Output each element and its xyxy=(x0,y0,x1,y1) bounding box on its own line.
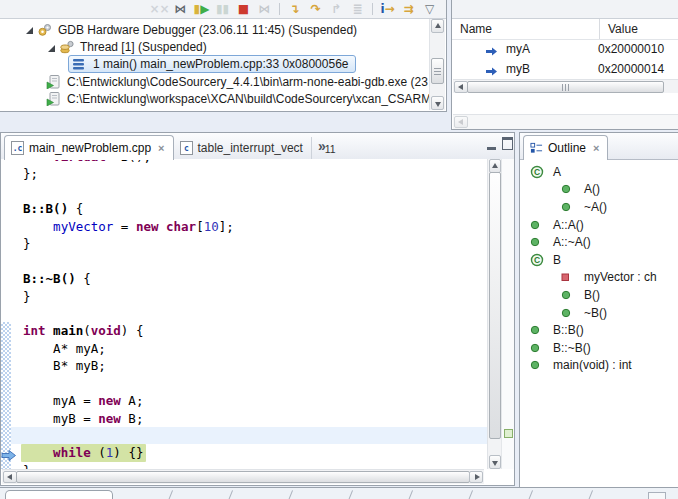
scroll-up-button[interactable] xyxy=(431,19,444,33)
remove-all-terminated-icon[interactable]: ×× xyxy=(149,1,170,17)
variable-row[interactable]: myB0x20000014 xyxy=(452,59,678,79)
scrollbar-thumb[interactable] xyxy=(489,172,501,439)
thumb-grip-icon xyxy=(562,84,569,91)
code-line[interactable]: A* myA; xyxy=(11,340,488,357)
drop-to-frame-icon[interactable]: ⇉ xyxy=(398,1,419,17)
code-line[interactable]: myB = new B; xyxy=(11,410,488,427)
instruction-stepping-mode-icon[interactable]: i→ xyxy=(377,1,398,17)
resume-icon[interactable]: ▮▶ xyxy=(191,1,212,17)
code-line[interactable]: myA = new A; xyxy=(11,392,488,409)
code-line[interactable]: B::~B() { xyxy=(11,270,488,287)
outline-item[interactable]: CB xyxy=(520,251,678,269)
column-header-value[interactable]: Value xyxy=(600,19,678,39)
scroll-down-button[interactable] xyxy=(489,455,501,469)
view-menu-icon[interactable]: ▽ xyxy=(419,1,440,17)
outline-item[interactable]: A::A() xyxy=(520,216,678,234)
scrollbar-thumb[interactable] xyxy=(16,471,470,483)
outline-item-label: B::B() xyxy=(553,323,584,337)
variables-details-pane[interactable] xyxy=(453,93,678,114)
editor-horizontal-scrollbar[interactable] xyxy=(2,469,484,484)
outline-item[interactable]: main(void) : int xyxy=(520,357,678,375)
triangle-up-icon xyxy=(492,163,498,168)
scroll-up-button[interactable] xyxy=(489,159,501,173)
outline-tree: CAA()~A()A::A()A::~A()CBmyVector : chB()… xyxy=(520,163,678,490)
debug-tree-item[interactable]: C:\Entwicklung\CodeSourcery_4.4.1\bin\ar… xyxy=(0,73,429,90)
outline-item[interactable]: A() xyxy=(520,181,678,199)
close-tab-icon[interactable]: × xyxy=(158,142,164,154)
outline-item[interactable]: myVector : ch xyxy=(520,269,678,287)
bottom-minmax-buttons[interactable] xyxy=(648,492,666,499)
outline-item[interactable]: CA xyxy=(520,163,678,181)
debug-tree-item[interactable]: GDB Hardware Debugger (23.06.11 11:45) (… xyxy=(0,21,429,38)
expander-icon[interactable] xyxy=(46,42,57,53)
code-line[interactable]: } xyxy=(11,235,488,252)
editor-tab-table_interrupt_vect[interactable]: ctable_interrupt_vect xyxy=(174,137,312,159)
editor-vertical-scrollbar[interactable] xyxy=(487,159,502,469)
scroll-down-button[interactable] xyxy=(431,96,444,110)
scrollbar-thumb[interactable] xyxy=(467,81,664,93)
debug-tree-item[interactable]: C:\Entwicklung\workspace\XCAN\build\Code… xyxy=(0,91,429,108)
step-into-icon[interactable]: ↴ xyxy=(284,1,305,17)
selected-stack-frame[interactable]: 1 main() main_newProblem.cpp:33 0x080005… xyxy=(68,55,356,73)
variable-row[interactable]: myA0x20000010 xyxy=(452,39,678,59)
outline-item[interactable]: ~A() xyxy=(520,198,678,216)
suspend-icon[interactable]: ▮▮ xyxy=(212,1,233,17)
scrollbar-thumb[interactable] xyxy=(431,58,444,84)
expander-icon[interactable] xyxy=(24,24,35,35)
step-return-icon[interactable]: ↱ xyxy=(326,1,347,17)
outline-item-label: ~B() xyxy=(584,306,607,320)
code-line[interactable]: } xyxy=(11,288,488,305)
outline-item[interactable]: B() xyxy=(520,286,678,304)
outline-item[interactable]: ~B() xyxy=(520,304,678,322)
maximize-button[interactable] xyxy=(501,139,514,150)
outline-item[interactable]: B::~B() xyxy=(520,339,678,357)
restart-icon[interactable]: ⋈ xyxy=(170,1,191,17)
debug-line-marker[interactable] xyxy=(504,429,513,438)
method-public-icon xyxy=(530,325,546,335)
process-icon xyxy=(46,92,63,106)
editor-tab-main_newProblem.cpp[interactable]: .cmain_newProblem.cpp× xyxy=(4,135,174,160)
scroll-left-button[interactable] xyxy=(454,116,468,128)
code-line[interactable]: B::B() { xyxy=(11,200,488,217)
code-line[interactable] xyxy=(11,183,488,200)
debug-tree-item[interactable]: Thread [1] (Suspended) xyxy=(0,38,429,55)
debug-tree-item[interactable]: 1 main() main_newProblem.cpp:33 0x080005… xyxy=(0,56,429,73)
instruction-step-filter-icon[interactable]: ≣ xyxy=(347,1,368,17)
details-horizontal-scrollbar[interactable] xyxy=(453,114,678,129)
tab-outline[interactable]: Outline × xyxy=(523,135,608,160)
source-code: virtual ~B();}; B::B() { myVector = new … xyxy=(11,159,488,469)
code-line[interactable] xyxy=(11,305,488,322)
svg-text:.c: .c xyxy=(13,144,23,153)
code-line[interactable]: }; xyxy=(11,165,488,182)
code-line[interactable]: int main(void) { xyxy=(11,322,488,339)
tab-overflow-control[interactable]: 11 xyxy=(318,137,336,155)
outline-item[interactable]: B::B() xyxy=(520,321,678,339)
code-editor[interactable]: virtual ~B();}; B::B() { myVector = new … xyxy=(1,159,488,469)
scroll-right-button[interactable] xyxy=(469,471,483,483)
column-header-name[interactable]: Name xyxy=(452,19,600,39)
code-line[interactable] xyxy=(11,253,488,270)
step-over-icon[interactable]: ↷ xyxy=(305,1,326,17)
code-line[interactable] xyxy=(11,427,488,444)
scroll-left-button[interactable] xyxy=(3,471,17,483)
code-line[interactable]: myVector = new char[10]; xyxy=(11,218,488,235)
variables-horizontal-scrollbar[interactable] xyxy=(453,79,678,94)
code-line[interactable]: B* myB; xyxy=(11,357,488,374)
scroll-left-button[interactable] xyxy=(454,81,468,93)
disconnect-icon[interactable]: ⋈ xyxy=(254,1,275,17)
minimize-button[interactable] xyxy=(485,139,498,150)
bottom-active-tab[interactable] xyxy=(5,490,113,499)
close-tab-icon[interactable]: × xyxy=(593,142,599,154)
code-line[interactable]: while (1) {} xyxy=(11,444,488,461)
code-line[interactable] xyxy=(11,375,488,392)
hidden-tab-separator xyxy=(528,490,533,499)
overview-ruler[interactable] xyxy=(501,159,514,469)
terminate-icon[interactable]: ■ xyxy=(233,1,254,17)
code-line[interactable]: } xyxy=(11,462,488,469)
method-public-icon xyxy=(530,237,546,247)
variables-table: myA0x20000010myB0x20000014 xyxy=(452,39,678,79)
hidden-tab-separator xyxy=(288,490,293,499)
outline-item[interactable]: A::~A() xyxy=(520,233,678,251)
debug-tree-scrollbar[interactable] xyxy=(429,19,445,110)
triangle-up-icon xyxy=(435,23,441,28)
